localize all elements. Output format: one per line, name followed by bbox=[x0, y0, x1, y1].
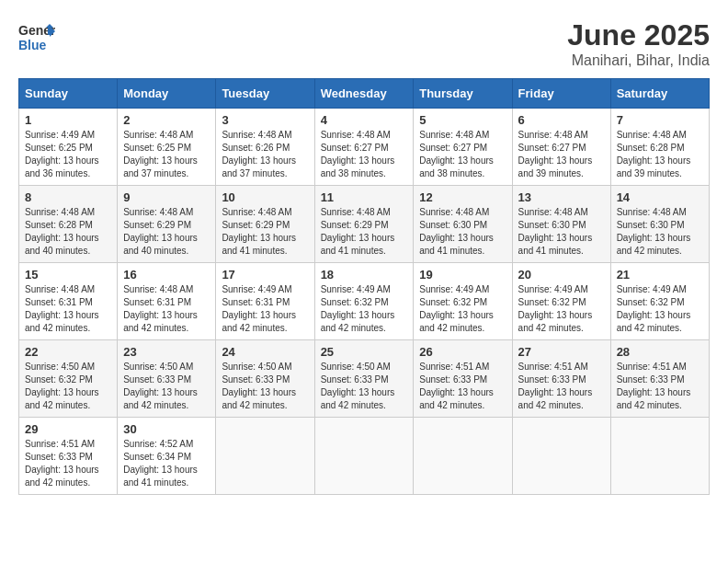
calendar-week-row: 22Sunrise: 4:50 AM Sunset: 6:32 PM Dayli… bbox=[19, 340, 710, 418]
calendar-cell: 9Sunrise: 4:48 AM Sunset: 6:29 PM Daylig… bbox=[118, 186, 216, 263]
cell-content: Sunrise: 4:48 AM Sunset: 6:30 PM Dayligh… bbox=[419, 206, 506, 258]
cell-content: Sunrise: 4:51 AM Sunset: 6:33 PM Dayligh… bbox=[617, 361, 703, 412]
calendar-week-row: 8Sunrise: 4:48 AM Sunset: 6:28 PM Daylig… bbox=[19, 186, 710, 263]
calendar-cell bbox=[512, 418, 610, 495]
day-number: 10 bbox=[222, 190, 308, 204]
calendar-week-row: 1Sunrise: 4:49 AM Sunset: 6:25 PM Daylig… bbox=[19, 109, 710, 186]
cell-content: Sunrise: 4:51 AM Sunset: 6:33 PM Dayligh… bbox=[25, 438, 111, 489]
calendar-header-row: Sunday Monday Tuesday Wednesday Thursday… bbox=[19, 79, 710, 109]
cell-content: Sunrise: 4:52 AM Sunset: 6:34 PM Dayligh… bbox=[123, 438, 210, 489]
day-number: 11 bbox=[321, 190, 408, 204]
cell-content: Sunrise: 4:48 AM Sunset: 6:29 PM Dayligh… bbox=[222, 206, 308, 258]
calendar-cell bbox=[314, 418, 414, 495]
cell-content: Sunrise: 4:48 AM Sunset: 6:28 PM Dayligh… bbox=[617, 129, 703, 180]
cell-content: Sunrise: 4:48 AM Sunset: 6:31 PM Dayligh… bbox=[25, 283, 111, 335]
calendar-cell bbox=[610, 418, 709, 495]
calendar-cell: 11Sunrise: 4:48 AM Sunset: 6:29 PM Dayli… bbox=[314, 186, 414, 263]
col-sunday: Sunday bbox=[19, 79, 118, 109]
cell-content: Sunrise: 4:48 AM Sunset: 6:30 PM Dayligh… bbox=[518, 206, 605, 258]
day-number: 5 bbox=[419, 113, 506, 127]
day-number: 27 bbox=[518, 345, 605, 359]
cell-content: Sunrise: 4:48 AM Sunset: 6:27 PM Dayligh… bbox=[518, 129, 605, 180]
calendar-week-row: 15Sunrise: 4:48 AM Sunset: 6:31 PM Dayli… bbox=[19, 263, 710, 340]
calendar-cell bbox=[414, 418, 512, 495]
calendar-week-row: 29Sunrise: 4:51 AM Sunset: 6:33 PM Dayli… bbox=[19, 418, 710, 495]
calendar-cell: 5Sunrise: 4:48 AM Sunset: 6:27 PM Daylig… bbox=[414, 109, 512, 186]
cell-content: Sunrise: 4:48 AM Sunset: 6:30 PM Dayligh… bbox=[617, 206, 703, 258]
day-number: 29 bbox=[25, 422, 111, 436]
col-thursday: Thursday bbox=[414, 79, 512, 109]
calendar-table: Sunday Monday Tuesday Wednesday Thursday… bbox=[18, 78, 710, 495]
cell-content: Sunrise: 4:50 AM Sunset: 6:33 PM Dayligh… bbox=[123, 361, 210, 412]
day-number: 23 bbox=[123, 345, 210, 359]
calendar-cell: 29Sunrise: 4:51 AM Sunset: 6:33 PM Dayli… bbox=[19, 418, 118, 495]
day-number: 25 bbox=[321, 345, 408, 359]
calendar-cell: 3Sunrise: 4:48 AM Sunset: 6:26 PM Daylig… bbox=[216, 109, 314, 186]
day-number: 2 bbox=[123, 113, 210, 127]
day-number: 7 bbox=[617, 113, 703, 127]
cell-content: Sunrise: 4:49 AM Sunset: 6:32 PM Dayligh… bbox=[419, 283, 506, 335]
cell-content: Sunrise: 4:48 AM Sunset: 6:31 PM Dayligh… bbox=[123, 283, 210, 335]
day-number: 1 bbox=[25, 113, 111, 127]
cell-content: Sunrise: 4:49 AM Sunset: 6:32 PM Dayligh… bbox=[321, 283, 408, 335]
logo-graphic: General Blue bbox=[18, 18, 55, 63]
day-number: 4 bbox=[321, 113, 408, 127]
logo: General Blue bbox=[18, 18, 55, 63]
calendar-cell bbox=[216, 418, 314, 495]
cell-content: Sunrise: 4:48 AM Sunset: 6:28 PM Dayligh… bbox=[25, 206, 111, 258]
cell-content: Sunrise: 4:48 AM Sunset: 6:29 PM Dayligh… bbox=[321, 206, 408, 258]
day-number: 14 bbox=[617, 190, 703, 204]
calendar-cell: 18Sunrise: 4:49 AM Sunset: 6:32 PM Dayli… bbox=[314, 263, 414, 340]
month-title: June 2025 bbox=[567, 18, 710, 52]
day-number: 9 bbox=[123, 190, 210, 204]
col-saturday: Saturday bbox=[610, 79, 709, 109]
location-title: Manihari, Bihar, India bbox=[567, 52, 710, 69]
col-wednesday: Wednesday bbox=[314, 79, 414, 109]
calendar-cell: 15Sunrise: 4:48 AM Sunset: 6:31 PM Dayli… bbox=[19, 263, 118, 340]
day-number: 22 bbox=[25, 345, 111, 359]
calendar-cell: 22Sunrise: 4:50 AM Sunset: 6:32 PM Dayli… bbox=[19, 340, 118, 418]
day-number: 30 bbox=[123, 422, 210, 436]
cell-content: Sunrise: 4:51 AM Sunset: 6:33 PM Dayligh… bbox=[518, 361, 605, 412]
day-number: 19 bbox=[419, 268, 506, 282]
cell-content: Sunrise: 4:49 AM Sunset: 6:31 PM Dayligh… bbox=[222, 283, 308, 335]
calendar-cell: 2Sunrise: 4:48 AM Sunset: 6:25 PM Daylig… bbox=[118, 109, 216, 186]
calendar-cell: 23Sunrise: 4:50 AM Sunset: 6:33 PM Dayli… bbox=[118, 340, 216, 418]
calendar-cell: 26Sunrise: 4:51 AM Sunset: 6:33 PM Dayli… bbox=[414, 340, 512, 418]
day-number: 8 bbox=[25, 190, 111, 204]
cell-content: Sunrise: 4:51 AM Sunset: 6:33 PM Dayligh… bbox=[419, 361, 506, 412]
calendar-cell: 30Sunrise: 4:52 AM Sunset: 6:34 PM Dayli… bbox=[118, 418, 216, 495]
calendar-cell: 17Sunrise: 4:49 AM Sunset: 6:31 PM Dayli… bbox=[216, 263, 314, 340]
cell-content: Sunrise: 4:48 AM Sunset: 6:27 PM Dayligh… bbox=[321, 129, 408, 180]
day-number: 18 bbox=[321, 268, 408, 282]
cell-content: Sunrise: 4:48 AM Sunset: 6:26 PM Dayligh… bbox=[222, 129, 308, 180]
calendar-cell: 20Sunrise: 4:49 AM Sunset: 6:32 PM Dayli… bbox=[512, 263, 610, 340]
col-monday: Monday bbox=[118, 79, 216, 109]
svg-text:Blue: Blue bbox=[18, 38, 47, 52]
day-number: 28 bbox=[617, 345, 703, 359]
calendar-cell: 12Sunrise: 4:48 AM Sunset: 6:30 PM Dayli… bbox=[414, 186, 512, 263]
day-number: 24 bbox=[222, 345, 308, 359]
calendar-cell: 10Sunrise: 4:48 AM Sunset: 6:29 PM Dayli… bbox=[216, 186, 314, 263]
day-number: 17 bbox=[222, 268, 308, 282]
calendar-cell: 8Sunrise: 4:48 AM Sunset: 6:28 PM Daylig… bbox=[19, 186, 118, 263]
page-header: General Blue June 2025 Manihari, Bihar, … bbox=[18, 18, 710, 69]
col-tuesday: Tuesday bbox=[216, 79, 314, 109]
day-number: 13 bbox=[518, 190, 605, 204]
cell-content: Sunrise: 4:49 AM Sunset: 6:32 PM Dayligh… bbox=[617, 283, 703, 335]
calendar-cell: 16Sunrise: 4:48 AM Sunset: 6:31 PM Dayli… bbox=[118, 263, 216, 340]
day-number: 12 bbox=[419, 190, 506, 204]
calendar-cell: 6Sunrise: 4:48 AM Sunset: 6:27 PM Daylig… bbox=[512, 109, 610, 186]
calendar-cell: 24Sunrise: 4:50 AM Sunset: 6:33 PM Dayli… bbox=[216, 340, 314, 418]
day-number: 6 bbox=[518, 113, 605, 127]
calendar-cell: 25Sunrise: 4:50 AM Sunset: 6:33 PM Dayli… bbox=[314, 340, 414, 418]
cell-content: Sunrise: 4:48 AM Sunset: 6:25 PM Dayligh… bbox=[123, 129, 210, 180]
day-number: 26 bbox=[419, 345, 506, 359]
cell-content: Sunrise: 4:48 AM Sunset: 6:27 PM Dayligh… bbox=[419, 129, 506, 180]
cell-content: Sunrise: 4:50 AM Sunset: 6:32 PM Dayligh… bbox=[25, 361, 111, 412]
day-number: 20 bbox=[518, 268, 605, 282]
calendar-cell: 14Sunrise: 4:48 AM Sunset: 6:30 PM Dayli… bbox=[610, 186, 709, 263]
cell-content: Sunrise: 4:48 AM Sunset: 6:29 PM Dayligh… bbox=[123, 206, 210, 258]
calendar-cell: 13Sunrise: 4:48 AM Sunset: 6:30 PM Dayli… bbox=[512, 186, 610, 263]
calendar-cell: 19Sunrise: 4:49 AM Sunset: 6:32 PM Dayli… bbox=[414, 263, 512, 340]
